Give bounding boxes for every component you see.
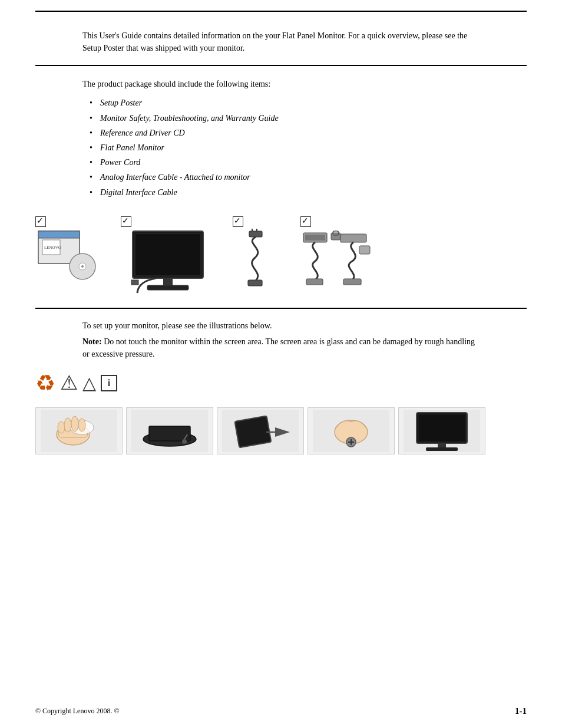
note-content: Do not touch the monitor within the scre… bbox=[82, 337, 475, 358]
powercord-illustration bbox=[233, 228, 283, 287]
info-icon: i bbox=[101, 375, 117, 391]
list-item: Power Cord bbox=[88, 155, 480, 170]
setup-step-2 bbox=[126, 407, 213, 454]
svg-rect-50 bbox=[426, 447, 458, 451]
svg-rect-9 bbox=[163, 278, 173, 285]
step2-illustration bbox=[131, 410, 208, 452]
svg-rect-20 bbox=[306, 279, 323, 285]
list-item: Setup Poster bbox=[88, 95, 480, 110]
page-number: 1-1 bbox=[515, 706, 527, 716]
powercord-group bbox=[233, 216, 283, 287]
recycle-icon: ♻ bbox=[35, 372, 55, 394]
intro-text: This User's Guide contains detailed info… bbox=[82, 29, 480, 54]
svg-rect-17 bbox=[305, 235, 325, 241]
list-item: Monitor Safety, Troubleshooting, and War… bbox=[88, 111, 480, 126]
note-label: Note: bbox=[82, 337, 102, 346]
setup-step-5 bbox=[398, 407, 485, 454]
checkmark-cd bbox=[35, 216, 46, 227]
cd-illustration: LENOVO bbox=[35, 228, 103, 284]
list-item: Flat Panel Monitor bbox=[88, 140, 480, 155]
monitor-group bbox=[121, 216, 215, 296]
step1-illustration bbox=[41, 410, 117, 452]
checkmark-monitor bbox=[121, 216, 131, 227]
svg-rect-1 bbox=[38, 231, 80, 238]
setup-step-1 bbox=[35, 407, 123, 454]
step4-illustration bbox=[313, 410, 389, 452]
package-intro: The product package should include the f… bbox=[82, 78, 480, 91]
svg-rect-22 bbox=[343, 279, 361, 285]
setup-step-3 bbox=[217, 407, 304, 454]
svg-rect-21 bbox=[340, 234, 366, 242]
svg-rect-49 bbox=[438, 443, 446, 448]
svg-rect-23 bbox=[359, 246, 370, 254]
svg-rect-11 bbox=[131, 280, 138, 285]
list-item: Reference and Driver CD bbox=[88, 126, 480, 140]
svg-rect-10 bbox=[147, 285, 189, 290]
list-item: Analog Interface Cable - Attached to mon… bbox=[88, 170, 480, 185]
illustrations-row: LENOVO bbox=[0, 206, 562, 308]
caution-triangle-icon: △ bbox=[82, 374, 96, 392]
setup-section: To set up your monitor, please see the i… bbox=[0, 309, 562, 360]
svg-rect-38 bbox=[234, 416, 271, 447]
svg-point-35 bbox=[182, 439, 187, 444]
step5-illustration bbox=[404, 410, 480, 452]
svg-rect-48 bbox=[419, 415, 465, 441]
setup-step-4 bbox=[308, 407, 395, 454]
cables-group bbox=[300, 216, 371, 287]
footer: © Copyright Lenovo 2008. © 1-1 bbox=[35, 706, 527, 716]
step3-illustration bbox=[222, 410, 299, 452]
cd-group: LENOVO bbox=[35, 216, 103, 284]
copyright-text: © Copyright Lenovo 2008. © bbox=[35, 707, 120, 716]
warning-icons-row: ♻ ⚠ △ i bbox=[0, 364, 562, 401]
setup-steps-row bbox=[0, 401, 562, 472]
svg-rect-12 bbox=[249, 231, 262, 237]
svg-point-28 bbox=[58, 421, 65, 433]
svg-point-30 bbox=[71, 416, 78, 431]
svg-point-31 bbox=[78, 419, 85, 431]
svg-rect-8 bbox=[135, 233, 201, 276]
checkmark-cables bbox=[300, 216, 311, 227]
package-list: Setup Poster Monitor Safety, Troubleshoo… bbox=[88, 95, 480, 199]
svg-text:LENOVO: LENOVO bbox=[44, 245, 61, 250]
package-section: The product package should include the f… bbox=[0, 66, 562, 206]
svg-point-29 bbox=[64, 418, 71, 432]
cables-illustration bbox=[300, 228, 371, 287]
warning-triangle-icon: ⚠ bbox=[60, 373, 78, 393]
intro-section: This User's Guide contains detailed info… bbox=[0, 12, 562, 65]
checkmark-powercord bbox=[233, 216, 243, 227]
setup-note: Note: Do not touch the monitor within th… bbox=[82, 335, 480, 360]
svg-rect-15 bbox=[248, 280, 262, 286]
setup-text-p1: To set up your monitor, please see the i… bbox=[82, 319, 480, 332]
svg-point-6 bbox=[81, 265, 84, 268]
list-item: Digital Interface Cable bbox=[88, 185, 480, 200]
setup-text: To set up your monitor, please see the i… bbox=[35, 319, 527, 360]
monitor-illustration bbox=[121, 228, 215, 296]
